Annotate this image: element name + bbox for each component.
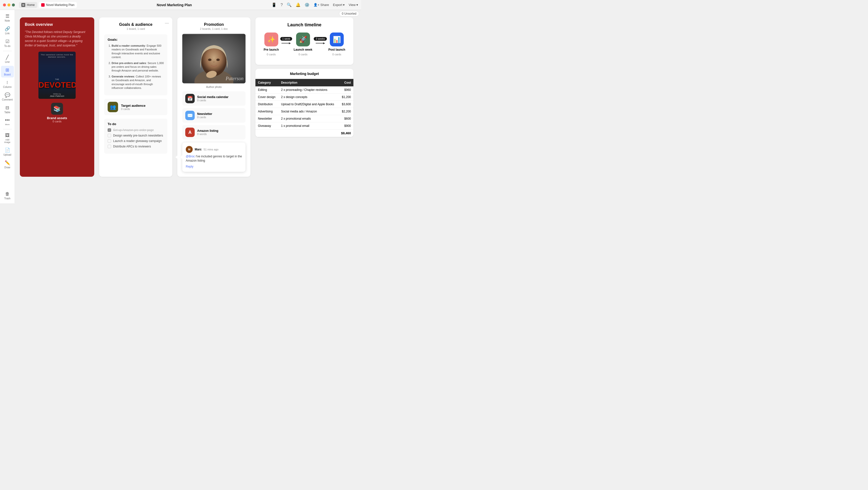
checkbox-1[interactable]: ✓ (107, 128, 111, 132)
sidebar-item-comment[interactable]: 💬 Comment (1, 91, 14, 103)
export-button[interactable]: Export ▾ (333, 3, 345, 7)
budget-desc-newsletter: 2 x promotional emails (279, 115, 338, 122)
bell-icon[interactable]: 🔔 (296, 2, 301, 7)
book-overview-card: Book overview "The Devoted follows retir… (20, 18, 94, 177)
checkbox-3[interactable] (107, 139, 111, 143)
budget-cat-editing: Editing (255, 86, 279, 93)
maximize-button[interactable] (12, 3, 15, 6)
budget-total-label (255, 129, 338, 137)
target-audience-label: Target audience (121, 104, 146, 108)
help-icon[interactable]: ? (280, 3, 283, 7)
goals-content: Goals: Build a reader community: Engage … (104, 34, 167, 95)
budget-cost-editing: $960 (338, 86, 353, 93)
promo-amazon[interactable]: A Amazon listing 0 words (182, 125, 246, 140)
launch-week-node[interactable]: 🚀 Launch week 0 cards (293, 32, 312, 56)
author-photo: Paterson (182, 34, 246, 83)
social-media-icon: 📅 (185, 94, 195, 103)
column-icon: ⫶ (6, 80, 8, 85)
unsorted-button[interactable]: 0 Unsorted (339, 11, 359, 17)
share-button[interactable]: 👤+ Share (313, 3, 329, 7)
sidebar-item-table[interactable]: ⊟ Table (1, 104, 14, 115)
sidebar-item-draw[interactable]: ✏️ Draw (1, 158, 14, 170)
checkbox-4[interactable] (107, 145, 111, 148)
todo-item-3[interactable]: Launch a reader giveaway campaign (107, 139, 164, 143)
arrow-head: ▶ (289, 42, 291, 45)
budget-desc-distribution: Upload to Draft2Digital and Apple Books (279, 101, 338, 108)
target-audience-cards: 0 cards (121, 108, 146, 111)
link-icon: 🔗 (5, 26, 10, 31)
todo-item-1[interactable]: ✓ Set up Amazon pre-order page (107, 128, 164, 132)
share-icon: 👤+ (313, 3, 319, 7)
miro-icon: M (21, 3, 25, 7)
comment-user: M Marc 51 mins ago (186, 146, 242, 153)
todo-title: To do (107, 122, 164, 126)
budget-cat-cover: Cover design (255, 93, 279, 101)
minimize-icon[interactable]: — (165, 21, 169, 25)
tab-novel[interactable]: Novel Marketing Plan (39, 2, 77, 8)
target-audience-icon: 👥 (107, 102, 118, 112)
budget-row-giveaway: Giveaway 1 x promotional email $900 (255, 122, 353, 129)
budget-title: Marketing budget (255, 69, 353, 79)
promo-social-media[interactable]: 📅 Social media calendar 0 cards (182, 91, 246, 106)
close-button[interactable] (3, 3, 6, 6)
budget-desc-cover: 2 x design concepts (279, 93, 338, 101)
budget-table: Category Description Cost Editing 2 x pr… (255, 79, 353, 137)
target-audience[interactable]: 👥 Target audience 0 cards (104, 99, 167, 115)
newsletter-label: Newsletter (197, 112, 212, 116)
device-icon[interactable]: 📱 (272, 2, 277, 7)
comment-bubble: M Marc 51 mins ago @Broc I've included g… (182, 143, 246, 172)
checkbox-2[interactable] (107, 134, 111, 137)
budget-header-cost: Cost (338, 79, 353, 86)
sidebar-item-trash[interactable]: 🗑 Trash (1, 190, 14, 201)
social-cards: 0 cards (197, 99, 228, 102)
post-launch-icon: 📊 (330, 32, 344, 47)
promo-newsletter[interactable]: ✉️ Newsletter 0 cards (182, 108, 246, 123)
budget-row-cover: Cover design 2 x design concepts $1,200 (255, 93, 353, 101)
sidebar-item-line[interactable]: ╱ Line (1, 53, 14, 65)
reply-button[interactable]: Reply (186, 165, 242, 168)
settings-icon[interactable]: ⚙️ (305, 2, 310, 7)
goal-2: Drive pre-orders and sales: Secure 1,000… (112, 61, 164, 73)
comment-arrow (175, 155, 178, 159)
amazon-words: 0 words (197, 133, 218, 136)
todo-item-4[interactable]: Distribute ARCs to reviewers (107, 145, 164, 148)
budget-desc-advertising: Social media ads / Amazon (279, 108, 338, 115)
post-launch-node[interactable]: 📊 Post launch 0 cards (328, 32, 345, 56)
sidebar-item-board[interactable]: ⊞ Board (1, 66, 14, 78)
sidebar-item-column[interactable]: ⫶ Column (1, 79, 14, 90)
main-layout: ☰ Note 🔗 Link ☑ To-do ╱ Line ⊞ Board ⫶ C… (0, 10, 361, 203)
draw-icon: ✏️ (5, 160, 10, 166)
board-icon: ⊞ (5, 67, 9, 73)
sidebar-item-add-image[interactable]: 🖼 Add image (1, 131, 14, 145)
tab-novel-label: Novel Marketing Plan (46, 3, 74, 7)
brand-assets-cards: 0 cards (25, 120, 89, 123)
view-button[interactable]: View ▾ (349, 3, 358, 7)
sidebar-item-note[interactable]: ☰ Note (1, 12, 14, 24)
page-title: Novel Marketing Plan (79, 3, 270, 7)
badge-1-week: 1 week (280, 37, 292, 41)
budget-cat-newsletter: Newsletter (255, 115, 279, 122)
novel-tab-icon (41, 3, 44, 7)
promo-subtitle: 2 boards, 1 card, 1 doc (182, 27, 246, 30)
promo-title: Promotion (182, 22, 246, 27)
sidebar-divider (3, 51, 12, 51)
budget-desc-editing: 2 x prooreading / Chapter revisions (279, 86, 338, 93)
minimize-button[interactable] (7, 3, 10, 6)
goals-card: — Goals & audience 1 board, 1 card Goals… (99, 18, 173, 177)
sidebar-item-todo[interactable]: ☑ To-do (1, 37, 14, 49)
trash-icon: 🗑 (5, 192, 10, 197)
author-signature: Paterson (226, 76, 244, 81)
promo-social-info: Social media calendar 0 cards (197, 95, 228, 102)
search-icon[interactable]: 🔍 (287, 2, 292, 7)
post-launch-label: Post launch (328, 48, 345, 51)
tab-home[interactable]: M Home (19, 2, 37, 8)
budget-cost-newsletter: $600 (338, 115, 353, 122)
pre-launch-node[interactable]: ✨ Pre launch 0 cards (264, 32, 279, 56)
sidebar-item-more[interactable]: ••• More (1, 116, 14, 127)
timeline-arrow-2: 3 weeks ▶ (312, 37, 328, 45)
pre-launch-label: Pre launch (264, 48, 279, 51)
todo-item-2[interactable]: Design weekly pre-launch newsletters (107, 134, 164, 137)
sidebar-item-upload[interactable]: 📄 Upload (1, 146, 14, 157)
sidebar-item-link[interactable]: 🔗 Link (1, 25, 14, 36)
promo-amazon-info: Amazon listing 0 words (197, 129, 218, 136)
